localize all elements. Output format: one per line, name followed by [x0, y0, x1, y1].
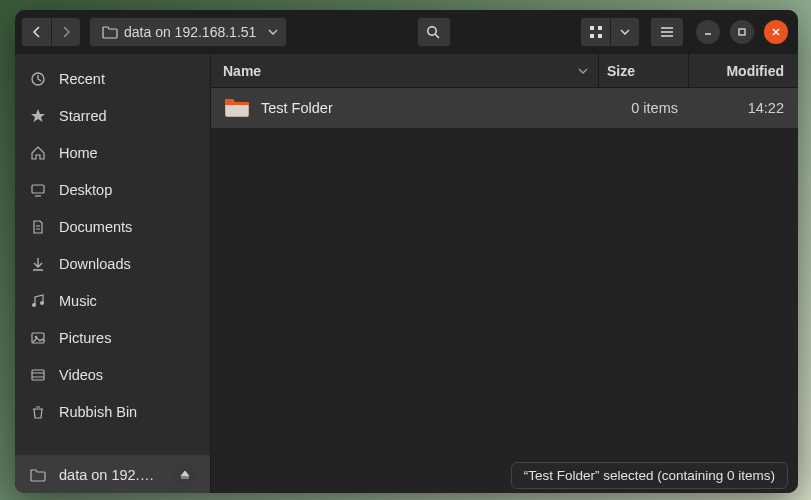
file-size: 0 items — [598, 100, 688, 116]
minimize-icon — [703, 27, 713, 37]
nav-buttons — [21, 17, 81, 47]
svg-point-0 — [428, 26, 436, 34]
file-modified: 14:22 — [688, 100, 798, 116]
sidebar: Recent Starred Home Desktop Documents Do… — [15, 54, 211, 493]
chevron-right-icon — [61, 26, 71, 38]
column-label: Size — [607, 63, 635, 79]
svg-rect-22 — [32, 370, 44, 380]
sidebar-item-music[interactable]: Music — [15, 282, 210, 319]
status-bar: “Test Folder” selected (containing 0 ite… — [511, 462, 788, 489]
eject-button[interactable] — [174, 464, 196, 486]
folder-icon — [102, 25, 118, 39]
back-button[interactable] — [21, 17, 51, 47]
svg-line-1 — [436, 34, 440, 38]
path-label: data on 192.168.1.51 — [124, 24, 256, 40]
desktop-icon — [29, 181, 47, 199]
sidebar-item-label: data on 192.… — [59, 467, 154, 483]
close-icon — [771, 27, 781, 37]
file-row[interactable]: Test Folder 0 items 14:22 — [211, 88, 798, 128]
close-button[interactable] — [764, 20, 788, 44]
home-icon — [29, 144, 47, 162]
svg-rect-4 — [590, 34, 594, 38]
column-modified[interactable]: Modified — [688, 54, 798, 87]
column-headers: Name Size Modified — [211, 54, 798, 88]
svg-point-19 — [40, 301, 44, 305]
hamburger-menu-button[interactable] — [650, 17, 684, 47]
downloads-icon — [29, 255, 47, 273]
sidebar-item-videos[interactable]: Videos — [15, 356, 210, 393]
svg-rect-10 — [739, 29, 745, 35]
clock-icon — [29, 70, 47, 88]
path-segment[interactable]: data on 192.168.1.51 — [98, 24, 260, 40]
sidebar-item-label: Desktop — [59, 182, 112, 198]
videos-icon — [29, 366, 47, 384]
hamburger-icon — [660, 26, 674, 38]
sidebar-item-label: Music — [59, 293, 97, 309]
sidebar-item-recent[interactable]: Recent — [15, 60, 210, 97]
column-label: Name — [223, 63, 261, 79]
grid-icon — [589, 25, 603, 39]
pictures-icon — [29, 329, 47, 347]
music-icon — [29, 292, 47, 310]
window-body: Recent Starred Home Desktop Documents Do… — [15, 54, 798, 493]
minimize-button[interactable] — [696, 20, 720, 44]
file-manager-window: data on 192.168.1.51 — [15, 10, 798, 493]
star-icon — [29, 107, 47, 125]
sidebar-item-downloads[interactable]: Downloads — [15, 245, 210, 282]
file-name: Test Folder — [261, 100, 598, 116]
eject-icon — [180, 470, 190, 480]
maximize-button[interactable] — [730, 20, 754, 44]
svg-rect-5 — [598, 34, 602, 38]
sidebar-item-label: Rubbish Bin — [59, 404, 137, 420]
sidebar-item-label: Recent — [59, 71, 105, 87]
sidebar-item-label: Videos — [59, 367, 103, 383]
chevron-down-icon — [620, 27, 630, 37]
folder-icon — [29, 466, 47, 484]
chevron-down-icon[interactable] — [268, 27, 278, 37]
documents-icon — [29, 218, 47, 236]
column-size[interactable]: Size — [598, 54, 688, 87]
svg-rect-14 — [32, 185, 44, 193]
column-label: Modified — [726, 63, 784, 79]
maximize-icon — [737, 27, 747, 37]
window-controls — [696, 20, 788, 44]
sidebar-item-label: Downloads — [59, 256, 131, 272]
column-name[interactable]: Name — [211, 63, 578, 79]
sidebar-item-pictures[interactable]: Pictures — [15, 319, 210, 356]
sidebar-item-label: Pictures — [59, 330, 111, 346]
sidebar-item-network-mount[interactable]: data on 192.… — [15, 456, 210, 493]
forward-button[interactable] — [51, 17, 81, 47]
sort-indicator[interactable] — [578, 66, 588, 76]
search-icon — [426, 25, 441, 40]
sidebar-item-desktop[interactable]: Desktop — [15, 171, 210, 208]
sidebar-item-home[interactable]: Home — [15, 134, 210, 171]
chevron-left-icon — [32, 26, 42, 38]
search-button[interactable] — [417, 17, 451, 47]
trash-icon — [29, 403, 47, 421]
svg-point-18 — [32, 303, 36, 307]
titlebar: data on 192.168.1.51 — [15, 10, 798, 54]
sidebar-item-documents[interactable]: Documents — [15, 208, 210, 245]
sidebar-item-trash[interactable]: Rubbish Bin — [15, 393, 210, 430]
path-bar[interactable]: data on 192.168.1.51 — [89, 17, 287, 47]
status-text: “Test Folder” selected (containing 0 ite… — [524, 468, 775, 483]
sidebar-item-label: Documents — [59, 219, 132, 235]
folder-icon — [223, 97, 251, 119]
sidebar-item-starred[interactable]: Starred — [15, 97, 210, 134]
icon-view-button[interactable] — [580, 17, 610, 47]
view-options-button[interactable] — [610, 17, 640, 47]
view-switcher — [580, 17, 640, 47]
sidebar-mounts: data on 192.… — [15, 455, 210, 493]
main-pane: Name Size Modified Test Folder 0 items 1… — [211, 54, 798, 493]
svg-rect-2 — [590, 26, 594, 30]
file-list[interactable]: Test Folder 0 items 14:22 — [211, 88, 798, 493]
sidebar-item-label: Starred — [59, 108, 107, 124]
chevron-down-icon — [578, 66, 588, 76]
sidebar-item-label: Home — [59, 145, 98, 161]
svg-rect-3 — [598, 26, 602, 30]
